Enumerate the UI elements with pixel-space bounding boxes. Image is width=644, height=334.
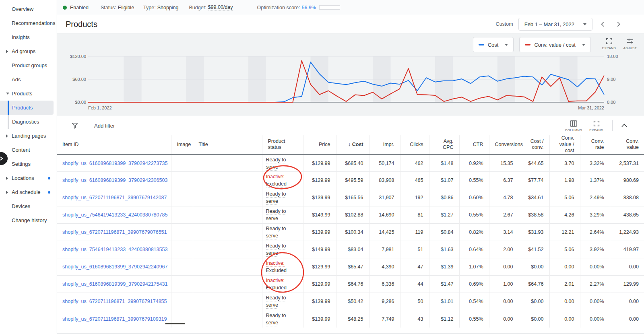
column-header-cost[interactable]: ↓ Cost	[336, 135, 369, 155]
series-selector-cost[interactable]: Cost	[473, 37, 514, 52]
image-cell	[171, 206, 193, 224]
sidebar-item-settings[interactable]: Settings	[0, 157, 56, 171]
item-id-link[interactable]: shopify_us_7546419413233_42400380780785	[62, 212, 167, 218]
item-id-link[interactable]: shopify_us_6160896819399_37902942273735	[62, 161, 167, 166]
column-header-title[interactable]: Title	[193, 135, 262, 155]
metric-cell-avg-cpc: $1.47	[429, 276, 459, 293]
metric-cell-ctr: 0.64%	[459, 241, 489, 258]
product-status-text[interactable]: Ready to serve	[266, 208, 286, 222]
product-status-text[interactable]: Ready to serve	[266, 243, 286, 257]
image-cell	[171, 172, 193, 189]
expand-label: EXPAND	[602, 46, 616, 50]
item-id-link[interactable]: shopify_us_6160896819399_37902942240967	[62, 264, 167, 270]
product-status-text[interactable]: Ready to serve	[266, 226, 286, 239]
column-header-product-status[interactable]: Product status	[262, 135, 303, 155]
collapse-table-button[interactable]	[621, 122, 628, 129]
date-next-button[interactable]	[613, 19, 623, 29]
column-header-image[interactable]: Image	[171, 135, 193, 155]
sidebar-item-overview[interactable]: Overview	[0, 2, 56, 16]
item-id-link[interactable]: shopify_us_6720711196871_39907679174855	[62, 299, 167, 304]
metric-cell-conv-value: 980.69	[610, 172, 644, 189]
sidebar-item-products[interactable]: Products	[0, 101, 54, 115]
chevron-down-icon	[583, 23, 586, 25]
metric-cell-cost-conv-: $0.00	[519, 293, 549, 310]
budget-field[interactable]: Budget: $99.00/day	[189, 4, 233, 11]
sidebar-item-insights[interactable]: Insights	[0, 30, 56, 44]
add-filter-button[interactable]: Add filter	[94, 123, 115, 129]
left-axis-tick-0: $0.00	[75, 100, 86, 105]
product-status-text[interactable]: Ready to serve	[266, 191, 286, 205]
metric-cell-conv-value-cost: 5.06	[549, 241, 580, 258]
horizontal-scrollbar-thumb[interactable]	[165, 323, 185, 324]
metric-cell-clicks: 51	[400, 241, 429, 258]
sidebar-item-ads[interactable]: Ads	[0, 72, 56, 87]
column-header-conv-rate[interactable]: Conv. rate	[580, 135, 610, 155]
sidebar-item-devices[interactable]: Devices	[0, 199, 56, 213]
sidebar-item-products[interactable]: Products	[0, 87, 56, 101]
table-expand-button[interactable]: EXPAND	[589, 120, 603, 132]
filter-funnel-icon[interactable]	[72, 122, 78, 129]
metric-cell-cost-conv-: $0.00	[519, 310, 549, 328]
date-prev-button[interactable]	[598, 19, 608, 29]
table-row: shopify_us_6720711196871_39907679109319R…	[57, 310, 644, 328]
item-id-link[interactable]: shopify_us_6720711196871_39907679076551	[62, 229, 167, 235]
item-id-link[interactable]: shopify_us_6160896819399_37902942175431	[62, 281, 167, 287]
metric-cell-conversions: 1.00	[489, 276, 519, 293]
item-id-link[interactable]: shopify_us_6720711196871_39907679142087	[62, 195, 167, 200]
sidebar-item-ad-schedule[interactable]: Ad schedule	[0, 185, 56, 199]
columns-button[interactable]: COLUMNS	[565, 120, 582, 132]
cost-series-swatch	[479, 44, 484, 45]
sidebar-item-ad-groups[interactable]: Ad groups	[0, 44, 56, 58]
image-cell	[171, 155, 193, 172]
chevron-down-icon	[505, 44, 508, 46]
product-status-text[interactable]: Ready to serve	[266, 313, 286, 326]
item-id-cell: shopify_us_6160896819399_37902942306503	[57, 172, 171, 189]
chart-adjust-button[interactable]: ADJUST	[623, 38, 637, 50]
sidebar-item-recommendations[interactable]: Recommendations	[0, 16, 56, 30]
sidebar-item-label: Ad schedule	[12, 189, 41, 195]
metric-cell-price: $129.99	[303, 172, 336, 189]
sidebar-item-content[interactable]: Content	[0, 143, 56, 157]
column-header-clicks[interactable]: Clicks	[400, 135, 429, 155]
product-status-cell: Ready to serve	[262, 206, 303, 224]
column-header-conv-value-cost[interactable]: Conv. value / cost	[549, 135, 580, 155]
metric-cell-impr-: 7,749	[369, 310, 400, 328]
product-status-text[interactable]: Excluded	[266, 285, 287, 291]
metric-cell-clicks: 44	[400, 276, 429, 293]
item-id-link[interactable]: shopify_us_6720711196871_39907679109319	[62, 316, 167, 322]
sidebar-item-product-groups[interactable]: Product groups	[0, 58, 56, 72]
product-status-text[interactable]: Excluded	[266, 268, 287, 274]
budget-value[interactable]: $99.00/day	[208, 4, 233, 11]
metric-cell-impr-: 4,390	[369, 258, 400, 276]
item-id-link[interactable]: shopify_us_7546419413233_42400380813553	[62, 247, 167, 252]
metric-cell-avg-cpc: $1.63	[429, 241, 459, 258]
sidebar-item-label: Landing pages	[12, 133, 46, 139]
metric-cell-cost: $50.42	[336, 293, 369, 310]
series-selector-conv-value-cost[interactable]: Conv. value / cost	[519, 37, 590, 52]
column-header-price[interactable]: Price	[303, 135, 336, 155]
column-header-conversions[interactable]: Conversions	[489, 135, 519, 155]
metric-cell-price: $129.99	[303, 155, 336, 172]
column-header-avg-cpc[interactable]: Avg. CPC	[429, 135, 459, 155]
sidebar-item-locations[interactable]: Locations	[0, 171, 56, 185]
column-header-item-id[interactable]: Item ID	[57, 135, 171, 155]
product-status-text[interactable]: Inactive:	[266, 278, 285, 284]
product-status-text[interactable]: Inactive:	[266, 174, 285, 180]
product-status-text[interactable]: Excluded	[266, 181, 287, 188]
sidebar-item-change-history[interactable]: Change history	[0, 213, 56, 227]
product-status-text[interactable]: Ready to serve	[266, 295, 286, 309]
column-header-cost-conv-[interactable]: Cost / conv.	[519, 135, 549, 155]
item-id-link[interactable]: shopify_us_6160896819399_37902942306503	[62, 177, 167, 183]
sidebar-item-landing-pages[interactable]: Landing pages	[0, 129, 56, 143]
chart-expand-button[interactable]: EXPAND	[602, 38, 616, 50]
sidebar-item-diagnostics[interactable]: Diagnostics	[0, 115, 56, 129]
product-status-text[interactable]: Inactive:	[266, 260, 285, 267]
date-range-picker[interactable]: Feb 1 – Mar 31, 2022	[518, 18, 592, 31]
column-header-impr-[interactable]: Impr.	[369, 135, 400, 155]
column-header-conv-value[interactable]: Conv. value	[610, 135, 644, 155]
metric-cell-conv-rate: 0.00%	[580, 293, 610, 310]
column-header-ctr[interactable]: CTR	[459, 135, 489, 155]
product-status-text[interactable]: Ready to serve	[266, 157, 286, 171]
products-table-container: Item IDImageTitleProduct statusPrice↓ Co…	[57, 135, 644, 328]
item-id-cell: shopify_us_6720711196871_39907679109319	[57, 310, 171, 328]
